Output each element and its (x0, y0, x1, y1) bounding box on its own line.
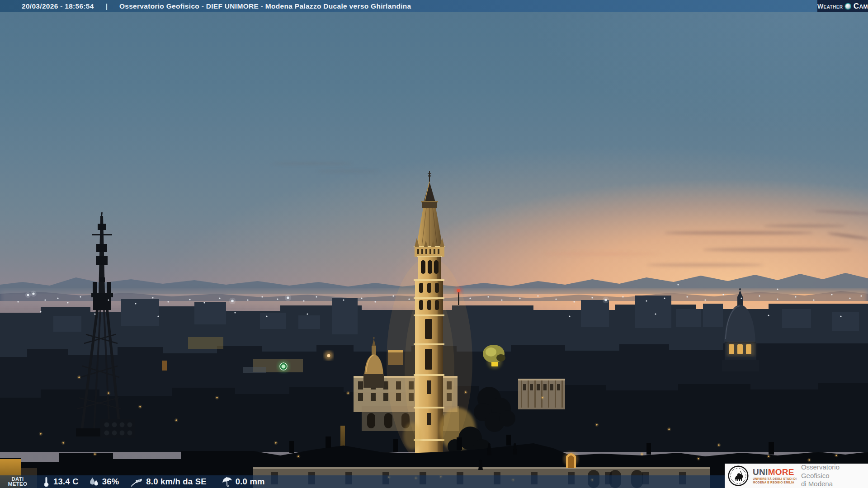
precipitation-value: 0.0 mm (236, 477, 265, 487)
humidity-value: 36% (102, 477, 119, 487)
yellow-sign (491, 362, 498, 366)
modena-panorama (0, 0, 868, 488)
unimore-seal (728, 465, 749, 486)
lit-facade-pilasters (518, 379, 565, 409)
wind-value: 8.0 km/h da SE (146, 477, 206, 487)
weathercam-word1: Weather (817, 3, 843, 10)
webcam-title: Osservatorio Geofisico - DIEF UNIMORE - … (119, 2, 817, 10)
separator: | (106, 2, 108, 10)
observatory-name: Osservatorio Geofisico di Modena (801, 463, 868, 488)
top-info-bar: 20/03/2026 - 18:56:54 | Osservatorio Geo… (0, 0, 868, 12)
temperature-value: 13.4 C (53, 477, 79, 487)
humidity-icon (89, 476, 99, 487)
street-lamp (324, 351, 333, 360)
webcam-viewer: 20/03/2026 - 18:56:54 | Osservatorio Geo… (0, 0, 868, 488)
weather-data-label: DATI METEO (0, 477, 35, 487)
shed-roof (243, 367, 266, 373)
datetime-display: 20/03/2026 - 18:56:54 (22, 2, 94, 10)
rain-umbrella-icon (221, 476, 233, 487)
unimore-wordmark: UNIMORE UNIVERSITÀ DEGLI STUDI DI MODENA… (753, 468, 797, 484)
weathercam-globe-icon (844, 3, 851, 10)
weathercam-logo: Weather Cam (817, 0, 868, 12)
facade-dim (162, 361, 167, 371)
thermometer-icon (42, 476, 51, 488)
unimore-brand-box: UNIMORE UNIVERSITÀ DEGLI STUDI DI MODENA… (725, 464, 868, 488)
wind-icon (131, 476, 143, 487)
facade-dim (188, 337, 223, 349)
weathercam-word2: Cam (854, 2, 868, 11)
unimore-subtitle: UNIVERSITÀ DEGLI STUDI DI MODENA E REGGI… (753, 477, 797, 484)
green-clock-sign (278, 361, 289, 372)
